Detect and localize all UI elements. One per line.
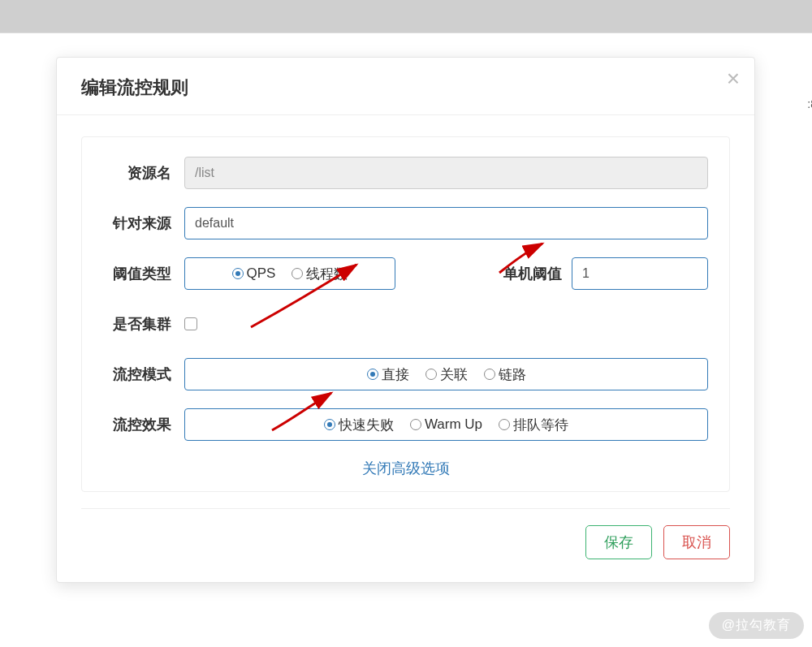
radio-qps-label: QPS <box>247 265 276 282</box>
radio-dot-icon <box>324 419 335 430</box>
radio-dot-icon <box>484 369 495 380</box>
single-threshold-input[interactable] <box>572 257 708 290</box>
modal-body: 资源名 /list 针对来源 阈值类型 <box>57 115 754 509</box>
cancel-button[interactable]: 取消 <box>663 525 730 559</box>
form-panel: 资源名 /list 针对来源 阈值类型 <box>81 136 730 492</box>
row-threshold: 阈值类型 QPS 线程数 <box>103 257 708 290</box>
row-effect: 流控效果 快速失败 Warm Up <box>103 408 708 441</box>
radio-mode-relate[interactable]: 关联 <box>425 365 468 384</box>
row-cluster: 是否集群 <box>103 308 708 340</box>
radio-effect-warmup-label: Warm Up <box>425 416 482 433</box>
radio-mode-relate-label: 关联 <box>440 365 468 384</box>
mode-group: 直接 关联 链路 <box>184 358 708 390</box>
radio-effect-warmup[interactable]: Warm Up <box>410 416 482 433</box>
cancel-button-label: 取消 <box>682 533 711 552</box>
resource-input: /list <box>184 157 708 189</box>
radio-mode-direct-label: 直接 <box>382 365 409 384</box>
effect-group: 快速失败 Warm Up 排队等待 <box>184 408 708 441</box>
radio-effect-queue-label: 排队等待 <box>513 416 568 434</box>
radio-mode-chain[interactable]: 链路 <box>484 365 526 384</box>
label-single-threshold: 单机阈值 <box>503 264 562 283</box>
modal-footer: 保存 取消 <box>57 525 754 582</box>
radio-effect-queue[interactable]: 排队等待 <box>499 416 568 434</box>
radio-dot-icon <box>232 268 244 279</box>
radio-dot-icon <box>292 268 303 279</box>
radio-effect-fail[interactable]: 快速失败 <box>324 416 394 434</box>
radio-dot-icon <box>367 369 378 380</box>
modal-header: 编辑流控规则 × <box>57 58 754 115</box>
row-advanced-link: 关闭高级选项 <box>103 459 708 478</box>
label-cluster: 是否集群 <box>103 314 184 334</box>
resource-value: /list <box>195 166 214 180</box>
radio-effect-fail-label: 快速失败 <box>339 416 394 434</box>
row-resource: 资源名 /list <box>103 157 708 189</box>
threshold-type-group: QPS 线程数 <box>184 257 395 290</box>
toggle-advanced-link[interactable]: 关闭高级选项 <box>362 460 450 477</box>
source-input[interactable] <box>184 207 708 239</box>
save-button[interactable]: 保存 <box>585 525 652 559</box>
label-source: 针对来源 <box>103 214 184 233</box>
row-source: 针对来源 <box>103 207 708 239</box>
radio-mode-chain-label: 链路 <box>499 365 526 384</box>
edit-flow-rule-modal: 编辑流控规则 × 资源名 /list 针对来源 <box>56 57 755 583</box>
modal-title: 编辑流控规则 <box>81 75 730 100</box>
radio-threads[interactable]: 线程数 <box>292 265 348 283</box>
footer-divider <box>81 508 730 509</box>
radio-qps[interactable]: QPS <box>232 265 276 282</box>
close-icon[interactable]: × <box>727 67 740 90</box>
radio-dot-icon <box>425 369 437 380</box>
label-effect: 流控效果 <box>103 415 184 434</box>
label-resource: 资源名 <box>103 163 184 183</box>
label-threshold-type: 阈值类型 <box>103 264 184 283</box>
radio-threads-label: 线程数 <box>306 265 348 283</box>
radio-dot-icon <box>410 419 421 430</box>
radio-mode-direct[interactable]: 直接 <box>367 365 409 384</box>
save-button-label: 保存 <box>604 533 633 552</box>
row-mode: 流控模式 直接 关联 <box>103 358 708 390</box>
watermark-badge: @拉勾教育 <box>709 612 804 639</box>
label-mode: 流控模式 <box>103 364 184 384</box>
cluster-checkbox[interactable] <box>184 317 197 330</box>
radio-dot-icon <box>499 419 510 430</box>
